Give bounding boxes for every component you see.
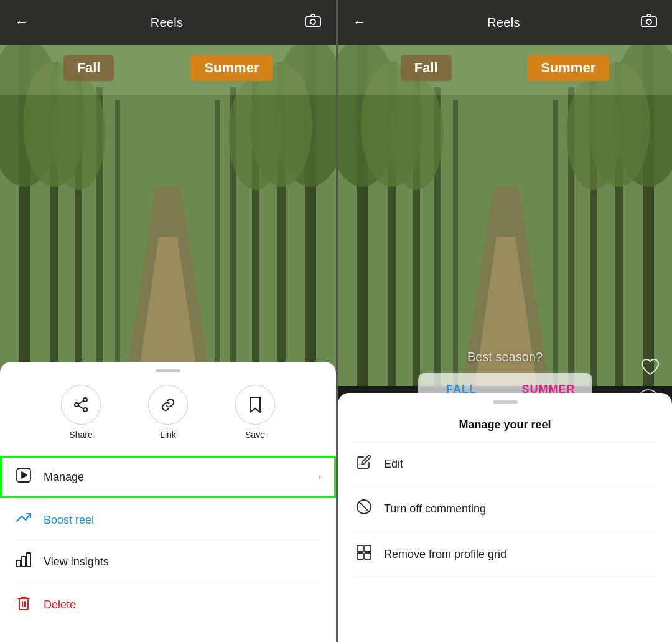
- svg-rect-13: [215, 100, 220, 386]
- link-action[interactable]: Link: [148, 385, 188, 440]
- share-circle: [61, 385, 101, 425]
- boost-text: Boost reel: [44, 514, 321, 527]
- boost-icon: [15, 511, 32, 529]
- left-summer-tag: Summer: [190, 55, 273, 81]
- delete-text: Delete: [44, 598, 321, 611]
- svg-rect-30: [22, 557, 26, 567]
- boost-reel-item[interactable]: Boost reel: [0, 500, 336, 540]
- manage-sheet-title: Manage your reel: [338, 416, 672, 441]
- turn-off-commenting-text: Turn off commenting: [384, 503, 486, 516]
- right-divider-3: [353, 577, 657, 577]
- insights-item[interactable]: View insights: [0, 541, 336, 583]
- poll-question: Best season?: [467, 350, 543, 364]
- insights-text: View insights: [44, 555, 321, 569]
- remove-from-grid-icon: [355, 544, 373, 564]
- share-action[interactable]: Share: [61, 385, 101, 440]
- save-label: Save: [245, 430, 265, 440]
- turn-off-commenting-item[interactable]: Turn off commenting: [338, 486, 672, 531]
- manage-icon: [15, 467, 32, 487]
- right-panel: ← Reels: [336, 0, 672, 642]
- link-circle: [148, 385, 188, 425]
- right-manage-sheet: Manage your reel Edit Turn off commentin…: [338, 393, 672, 642]
- left-bottom-sheet: Share Link Save: [0, 362, 336, 642]
- svg-rect-62: [365, 553, 371, 559]
- left-panel: ← Reels: [0, 0, 336, 642]
- edit-item[interactable]: Edit: [338, 442, 672, 486]
- edit-icon: [355, 455, 373, 473]
- right-fall-tag: Fall: [401, 55, 452, 81]
- right-season-tags: Fall Summer: [338, 55, 672, 81]
- left-sheet-handle: [156, 369, 180, 372]
- svg-point-1: [310, 19, 315, 24]
- svg-line-25: [78, 401, 83, 404]
- svg-rect-8: [115, 100, 120, 386]
- svg-rect-35: [642, 17, 656, 27]
- svg-rect-61: [357, 553, 363, 559]
- svg-rect-59: [357, 545, 363, 552]
- delete-item[interactable]: Delete: [0, 583, 336, 626]
- link-label: Link: [160, 430, 176, 440]
- share-label: Share: [69, 430, 92, 440]
- remove-from-grid-item[interactable]: Remove from profile grid: [338, 532, 672, 577]
- right-header-title: Reels: [487, 16, 520, 30]
- left-header: ← Reels: [0, 0, 336, 45]
- svg-point-24: [83, 408, 87, 412]
- insights-icon: [15, 552, 32, 572]
- left-header-title: Reels: [151, 16, 184, 30]
- heart-icon[interactable]: [641, 359, 660, 380]
- svg-point-22: [83, 398, 87, 402]
- right-header: ← Reels: [338, 0, 672, 45]
- svg-point-23: [75, 403, 78, 407]
- svg-rect-31: [27, 553, 30, 567]
- right-camera-icon[interactable]: [641, 14, 657, 31]
- svg-rect-32: [19, 598, 28, 610]
- left-action-row: Share Link Save: [0, 385, 336, 455]
- save-circle: [235, 385, 275, 425]
- svg-line-26: [78, 406, 83, 409]
- svg-rect-43: [453, 100, 458, 386]
- left-back-button[interactable]: ←: [15, 14, 29, 31]
- left-camera-icon[interactable]: [305, 14, 321, 31]
- svg-line-58: [359, 502, 369, 512]
- delete-icon: [15, 595, 32, 615]
- manage-chevron: ›: [318, 471, 321, 483]
- edit-text: Edit: [384, 458, 403, 471]
- manage-text: Manage: [44, 471, 321, 484]
- right-sheet-handle: [493, 400, 518, 404]
- left-fall-tag: Fall: [63, 55, 114, 81]
- manage-menu-item[interactable]: Manage ›: [0, 456, 336, 498]
- svg-rect-0: [306, 17, 320, 27]
- svg-rect-29: [17, 560, 21, 567]
- remove-from-grid-text: Remove from profile grid: [384, 548, 506, 561]
- svg-marker-28: [22, 472, 27, 478]
- right-summer-tag: Summer: [527, 55, 609, 81]
- svg-point-36: [646, 19, 651, 24]
- right-back-button[interactable]: ←: [353, 14, 366, 31]
- turn-off-commenting-icon: [355, 499, 373, 519]
- left-season-tags: Fall Summer: [0, 55, 336, 81]
- svg-rect-48: [553, 100, 558, 386]
- save-action[interactable]: Save: [235, 385, 275, 440]
- svg-rect-60: [365, 545, 371, 552]
